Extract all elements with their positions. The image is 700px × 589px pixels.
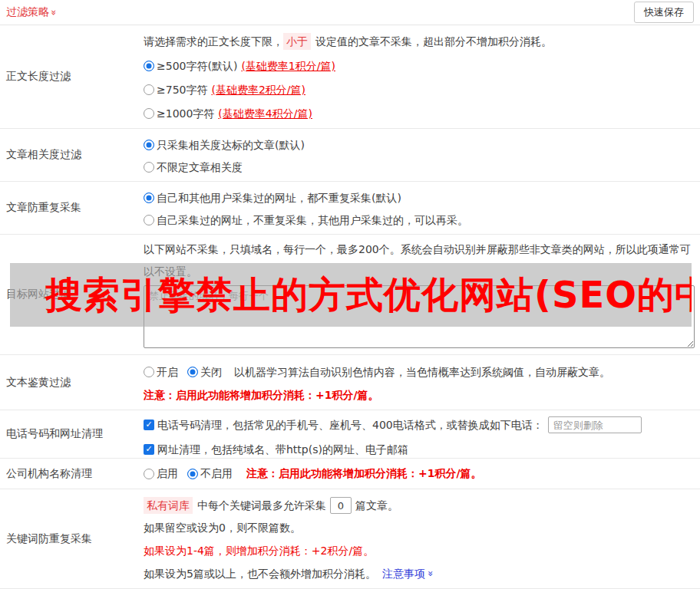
radio-porn-filter-off[interactable] <box>187 367 198 377</box>
radio-1000-chars[interactable] <box>144 108 154 119</box>
less-than-chip: 小于 <box>283 33 311 50</box>
fee-note: (基础费率1积分/篇) <box>241 58 335 74</box>
radio-company-cleanup-on[interactable] <box>144 469 154 479</box>
radio-porn-filter-on[interactable] <box>144 367 154 377</box>
porn-filter-fee-note: 注意：启用此功能将增加积分消耗：+1积分/篇。 <box>144 387 694 403</box>
row-dedup-collection: 文章防重复采集 自己和其他用户采集过的网址，都不重复采集(默认) 自己采集过的网… <box>0 182 700 235</box>
watermark-banner: 搜索引擎禁止的方式优化网站(SEO的中文 <box>10 263 692 327</box>
quick-save-button[interactable]: 快速保存 <box>634 2 694 23</box>
keyword-note-five-plus: 如果设为5篇或以上，也不会额外增加积分消耗。 注意事项 » <box>144 566 694 581</box>
radio-500-chars[interactable] <box>144 61 154 71</box>
keyword-limit-line: 私有词库 中每个关键词最多允许采集 篇文章。 <box>144 496 694 515</box>
radio-750-chars[interactable] <box>144 84 154 95</box>
text-length-desc: 请选择需求的正文长度下限， 小于 设定值的文章不采集，超出部分不增加积分消耗。 <box>144 33 694 50</box>
option-dedup-all-users: 自己和其他用户采集过的网址，都不重复采集(默认) <box>144 190 694 206</box>
fee-note: (基础费率2积分/篇) <box>211 82 305 97</box>
row-label: 正文长度过滤 <box>0 25 144 128</box>
url-cleanup-option: ✓ 网址清理，包括纯域名、带http(s)的网址、电子邮箱 <box>144 439 694 459</box>
radio-dedup-self-only[interactable] <box>144 215 154 225</box>
option-750-chars: ≥750字符 (基础费率2积分/篇) <box>144 82 694 97</box>
radio-company-cleanup-off[interactable] <box>187 469 198 479</box>
row-text-length-filter: 正文长度过滤 请选择需求的正文长度下限， 小于 设定值的文章不采集，超出部分不增… <box>0 25 700 129</box>
row-phone-url-cleanup: 电话号码和网址清理 ✓ 电话号码清理，包括常见的手机号、座机号、400电话格式，… <box>0 410 700 459</box>
company-cleanup-fee-note: 注意：启用此功能将增加积分消耗：+1积分/篇。 <box>246 467 482 481</box>
row-label: 关键词防重复采集 <box>0 489 144 588</box>
radio-dedup-all-users[interactable] <box>144 192 154 203</box>
private-thesaurus-chip[interactable]: 私有词库 <box>144 497 193 514</box>
row-label: 文章防重复采集 <box>0 182 144 234</box>
radio-relevance-default[interactable] <box>144 140 154 150</box>
row-relevance-filter: 文章相关度过滤 只采集相关度达标的文章(默认) 不限定文章相关度 <box>0 129 700 182</box>
checkbox-phone-cleanup[interactable]: ✓ <box>144 420 154 430</box>
row-keyword-dedup: 关键词防重复采集 私有词库 中每个关键词最多允许采集 篇文章。 如果留空或设为0… <box>0 489 700 589</box>
radio-relevance-unlimited[interactable] <box>144 162 154 173</box>
double-chevron-down-icon[interactable]: » <box>423 571 438 577</box>
option-dedup-self-only: 自己采集过的网址，不重复采集，其他用户采集过的，可以再采。 <box>144 212 694 228</box>
row-label: 电话号码和网址清理 <box>0 410 144 458</box>
option-500-chars: ≥500字符(默认) (基础费率1积分/篇) <box>144 58 694 74</box>
row-company-name-cleanup: 公司机构名称清理 启用 不启用 注意：启用此功能将增加积分消耗：+1积分/篇。 <box>0 459 700 489</box>
checkbox-url-cleanup[interactable]: ✓ <box>144 444 154 455</box>
row-label: 文章相关度过滤 <box>0 129 144 181</box>
max-articles-input[interactable] <box>330 497 352 514</box>
row-label: 公司机构名称清理 <box>0 459 144 489</box>
option-1000-chars: ≥1000字符 (基础费率4积分/篇) <box>144 106 694 121</box>
fee-note: (基础费率4积分/篇) <box>218 106 312 121</box>
porn-filter-options: 开启 关闭 以机器学习算法自动识别色情内容，当色情概率达到系统阈值，自动屏蔽文章… <box>144 364 694 380</box>
notice-link[interactable]: 注意事项 <box>382 566 425 581</box>
keyword-note-unlimited: 如果留空或设为0，则不限篇数。 <box>144 520 694 535</box>
row-label: 文本鉴黄过滤 <box>0 355 144 410</box>
porn-filter-desc: 以机器学习算法自动识别色情内容，当色情概率达到系统阈值，自动屏蔽文章。 <box>234 364 610 380</box>
row-porn-text-filter: 文本鉴黄过滤 开启 关闭 以机器学习算法自动识别色情内容，当色情概率达到系统阈值… <box>0 355 700 410</box>
keyword-note-fee: 如果设为1-4篇，则增加积分消耗：+2积分/篇。 <box>144 543 694 558</box>
replacement-phone-input[interactable] <box>548 416 642 433</box>
topbar: 过滤策略 » 快速保存 <box>0 0 700 25</box>
phone-cleanup-option: ✓ 电话号码清理，包括常见的手机号、座机号、400电话格式，或替换成如下电话： <box>144 415 694 435</box>
option-relevance-default: 只采集相关度达标的文章(默认) <box>144 137 694 153</box>
option-relevance-unlimited: 不限定文章相关度 <box>144 160 694 175</box>
page-title[interactable]: 过滤策略 <box>6 5 49 19</box>
double-chevron-down-icon[interactable]: » <box>48 9 60 15</box>
filter-strategy-page: 过滤策略 » 快速保存 正文长度过滤 请选择需求的正文长度下限， 小于 设定值的… <box>0 0 700 589</box>
banner-marquee-text: 搜索引擎禁止的方式优化网站(SEO的中文 <box>10 271 692 320</box>
